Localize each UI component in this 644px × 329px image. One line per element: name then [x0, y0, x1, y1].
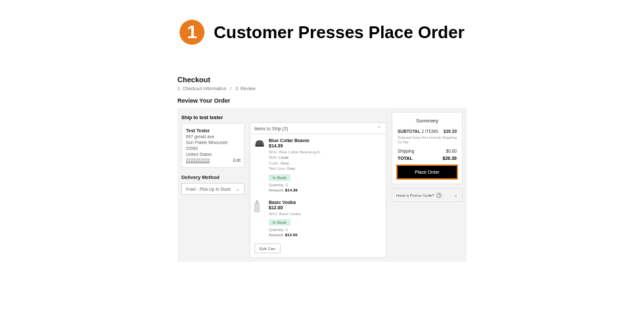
- items-column: Items to Ship (2) ⌃ Blue Collar Beanie$1…: [250, 112, 386, 258]
- item-price: $14.39: [269, 143, 382, 148]
- chevron-up-icon: ⌃: [377, 126, 382, 132]
- stock-badge: In Stock: [269, 174, 290, 181]
- edit-address-link[interactable]: Edit: [233, 158, 241, 164]
- shipping-row: Shipping $0.00: [398, 149, 457, 153]
- delivery-method-label: Delivery Method: [181, 174, 244, 180]
- step-number-badge: 1: [179, 20, 204, 45]
- address-country: United States: [186, 152, 240, 158]
- item-quantity: Quantity: 1: [269, 183, 382, 187]
- item-line: Test Line: Grey: [269, 166, 382, 171]
- item-quantity: Quantity: 1: [269, 228, 382, 232]
- item-sku: SKU: Basic Vodka: [269, 211, 382, 216]
- item-title[interactable]: Basic Vodka: [269, 200, 382, 205]
- item-size: Size: Large: [269, 155, 382, 160]
- promo-label: Have a Promo Code?: [396, 193, 434, 197]
- address-card: Test Tester 697 gerald ave Sun Prairie W…: [181, 123, 244, 168]
- subtotal-note: Subtotal Does Not Include Shipping Or Ta…: [398, 136, 457, 145]
- item-row: Blue Collar Beanie$14.39SKU: Blue Collar…: [250, 134, 386, 196]
- breadcrumb-step1[interactable]: 1. Checkout Information: [177, 86, 226, 91]
- breadcrumb: 1. Checkout Information / 2. Review: [177, 86, 467, 91]
- summary-column: Summary SUBTOTAL 2 ITEMS $26.39 Subtotal…: [392, 112, 463, 258]
- breadcrumb-step2: 2. Review: [235, 86, 256, 91]
- delivery-method-section: Delivery Method Free! - Pick Up In Store…: [181, 174, 244, 195]
- summary-panel: Summary SUBTOTAL 2 ITEMS $26.39 Subtotal…: [392, 112, 463, 184]
- stock-badge: In Stock: [269, 219, 290, 226]
- svg-rect-1: [255, 203, 259, 212]
- bottle-icon: [254, 200, 260, 213]
- item-thumbnail: [254, 200, 265, 211]
- delivery-method-value: Free! - Pick Up In Store: [186, 187, 231, 191]
- page-title: Checkout: [177, 76, 467, 84]
- delivery-method-select[interactable]: Free! - Pick Up In Store ⌄: [181, 183, 244, 195]
- item-title[interactable]: Blue Collar Beanie: [269, 138, 382, 143]
- item-thumbnail: [254, 138, 265, 149]
- subtotal-items: 2 ITEMS: [422, 129, 438, 134]
- ship-to-label: Ship to test tester: [181, 112, 244, 123]
- review-panel: Ship to test tester Test Tester 697 gera…: [177, 108, 467, 262]
- subtotal-label: SUBTOTAL: [398, 129, 421, 134]
- beanie-icon: [254, 138, 265, 147]
- review-heading: Review Your Order: [177, 97, 467, 104]
- breadcrumb-separator: /: [230, 86, 231, 91]
- total-row: TOTAL $26.39: [398, 156, 457, 161]
- help-icon[interactable]: ?: [436, 193, 442, 198]
- item-amount: Amount: $14.39: [269, 188, 382, 192]
- edit-cart-button[interactable]: Edit Cart: [254, 243, 281, 253]
- item-amount: Amount: $12.00: [269, 232, 382, 237]
- total-label: TOTAL: [398, 156, 413, 161]
- address-line2: Sun Prairie Wisconsin 53590: [186, 140, 240, 152]
- item-color: Color: Grey: [269, 161, 382, 166]
- left-column: Ship to test tester Test Tester 697 gera…: [181, 112, 244, 258]
- chevron-down-icon: ⌄: [235, 186, 240, 192]
- subtotal-value: $26.39: [444, 129, 457, 134]
- summary-title: Summary: [398, 118, 457, 124]
- total-value: $26.39: [443, 156, 457, 161]
- svg-rect-0: [256, 200, 258, 203]
- items-list: Blue Collar Beanie$14.39SKU: Blue Collar…: [250, 134, 386, 258]
- subtotal-row: SUBTOTAL 2 ITEMS $26.39: [398, 129, 457, 134]
- address-line1: 697 gerald ave: [186, 134, 240, 140]
- step-header: 1 Customer Presses Place Order: [179, 20, 465, 45]
- shipping-label: Shipping: [398, 149, 414, 153]
- item-price: $12.00: [269, 205, 382, 210]
- items-header[interactable]: Items to Ship (2) ⌃: [250, 122, 386, 134]
- items-header-label: Items to Ship (2): [254, 126, 288, 131]
- chevron-down-icon: ⌄: [453, 192, 458, 198]
- shipping-value: $0.00: [446, 149, 457, 153]
- item-sku: SKU: Blue Collar Beanie-gy/L: [269, 149, 382, 155]
- place-order-button[interactable]: Place Order: [398, 166, 457, 178]
- item-row: Basic Vodka$12.00SKU: Basic VodkaIn Stoc…: [250, 196, 386, 241]
- address-name: Test Tester: [186, 128, 240, 134]
- checkout-panel: Checkout 1. Checkout Information / 2. Re…: [177, 76, 467, 262]
- promo-code-toggle[interactable]: Have a Promo Code? ? ⌄: [392, 188, 463, 202]
- step-title: Customer Presses Place Order: [214, 22, 465, 43]
- address-phone: 2222222222: [186, 158, 240, 164]
